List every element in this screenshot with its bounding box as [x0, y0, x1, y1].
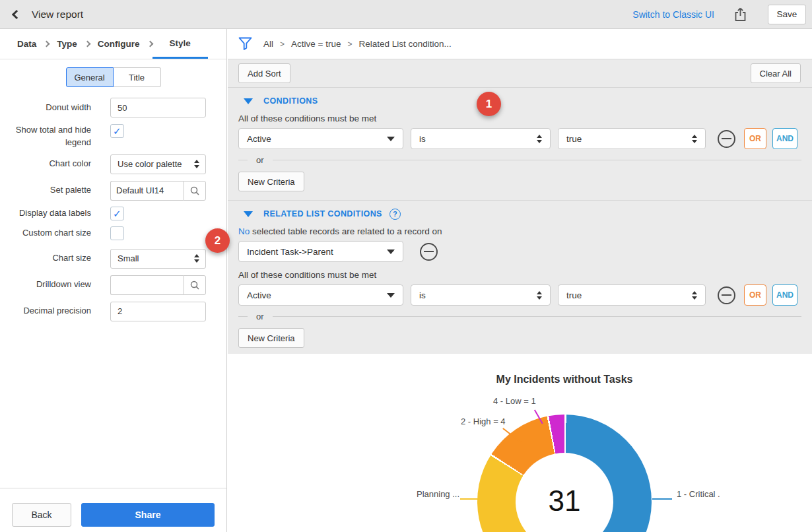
sidebar-footer: Back Share	[0, 488, 226, 532]
slice-label-critical: 1 - Critical .	[677, 489, 720, 499]
label-connector-line	[652, 498, 672, 500]
filter-builder-panel: Add Sort Clear All CONDITIONS All of the…	[228, 59, 812, 354]
set-palette-input[interactable]	[110, 181, 184, 201]
breadcrumb-separator: >	[280, 40, 285, 49]
slice-label-high: 2 - High = 4	[461, 416, 506, 426]
related-list-section-header[interactable]: RELATED LIST CONDITIONS ?	[238, 205, 801, 222]
chart-size-select[interactable]: Small	[110, 249, 206, 269]
drilldown-view-search-button[interactable]	[184, 275, 206, 295]
donut-width-input[interactable]	[110, 98, 206, 117]
drilldown-view-label: Drilldown view	[0, 279, 110, 291]
conditions-intro-text: All of these conditions must be met	[238, 114, 801, 123]
collapse-triangle-icon	[244, 98, 253, 104]
condition-value-select[interactable]: true	[558, 284, 706, 306]
filter-funnel-icon[interactable]	[238, 36, 253, 52]
condition-operator-select[interactable]: is	[411, 128, 551, 149]
related-list-select[interactable]: Incident Task->Parent	[238, 241, 403, 262]
condition-field-select[interactable]: Active	[238, 284, 403, 306]
chevron-right-icon	[148, 29, 152, 59]
chart-color-label: Chart color	[0, 158, 110, 170]
or-divider: or	[238, 312, 801, 321]
or-button[interactable]: OR	[744, 284, 766, 306]
related-condition-row: Active is true OR AND	[238, 284, 801, 306]
breadcrumb-separator: >	[347, 40, 352, 49]
chevron-right-icon	[44, 29, 49, 59]
custom-chart-size-label: Custom chart size	[0, 227, 110, 240]
select-arrows-icon	[194, 254, 199, 263]
custom-chart-size-checkbox[interactable]	[110, 226, 124, 240]
chart-title: My Incidents without Tasks	[496, 374, 633, 385]
chart-color-select[interactable]: Use color palette	[110, 154, 206, 174]
condition-field-select[interactable]: Active	[238, 128, 403, 149]
style-sidebar: Data Type Configure Style General Title …	[0, 29, 227, 532]
share-button[interactable]: Share	[81, 503, 215, 527]
general-title-toggle: General Title	[66, 67, 161, 87]
condition-row: Active is true OR AND	[238, 128, 801, 149]
breadcrumb: All > Active = true > Related List condi…	[263, 39, 452, 49]
related-list-quantifier[interactable]: No	[238, 226, 250, 236]
callout-badge-1: 1	[477, 92, 501, 116]
or-button[interactable]: OR	[744, 128, 766, 149]
label-connector-line	[460, 498, 480, 500]
new-criteria-button[interactable]: New Criteria	[238, 172, 304, 191]
back-button[interactable]: Back	[12, 503, 71, 527]
slice-label-planning: Planning ...	[417, 489, 459, 499]
select-arrows-icon	[692, 291, 697, 300]
select-arrows-icon	[692, 135, 697, 143]
drilldown-view-input[interactable]	[110, 275, 184, 295]
new-criteria-button[interactable]: New Criteria	[238, 328, 304, 348]
dropdown-arrow-icon	[387, 293, 395, 298]
step-data[interactable]: Data	[9, 29, 44, 59]
help-icon[interactable]: ?	[389, 209, 401, 220]
set-palette-search-button[interactable]	[184, 181, 206, 201]
select-arrows-icon	[537, 135, 542, 143]
show-total-label: Show total and hide legend	[0, 124, 110, 149]
condition-value-select[interactable]: true	[558, 128, 706, 149]
tab-general[interactable]: General	[66, 67, 114, 87]
dropdown-arrow-icon	[387, 137, 395, 141]
step-configure[interactable]: Configure	[90, 29, 148, 59]
donut-center-total: 31	[549, 484, 581, 517]
report-chart-area: My Incidents without Tasks 31 4 - Low = …	[228, 354, 812, 532]
app-header: View report Switch to Classic UI Save	[0, 0, 812, 29]
display-data-labels-label: Display data labels	[0, 207, 110, 220]
dropdown-arrow-icon	[387, 249, 395, 254]
add-sort-button[interactable]: Add Sort	[238, 63, 290, 83]
show-total-checkbox[interactable]	[110, 124, 124, 138]
select-arrows-icon	[194, 160, 199, 168]
remove-condition-icon[interactable]	[718, 130, 735, 148]
related-list-row: Incident Task->Parent	[238, 241, 801, 262]
switch-classic-ui-link[interactable]: Switch to Classic UI	[632, 9, 714, 20]
and-button[interactable]: AND	[772, 284, 797, 306]
condition-operator-select[interactable]: is	[411, 284, 551, 306]
decimal-precision-input[interactable]	[110, 302, 206, 321]
conditions-section: CONDITIONS All of these conditions must …	[228, 88, 812, 201]
chart-size-label: Chart size	[0, 252, 110, 265]
set-palette-lookup	[110, 181, 206, 201]
remove-condition-icon[interactable]	[718, 286, 735, 304]
main-area: All > Active = true > Related List condi…	[228, 29, 812, 532]
select-arrows-icon	[537, 291, 542, 300]
save-button[interactable]: Save	[768, 5, 806, 24]
breadcrumb-active-true[interactable]: Active = true	[291, 39, 341, 49]
drilldown-view-lookup	[110, 275, 206, 295]
step-style[interactable]: Style	[152, 29, 208, 59]
tab-title[interactable]: Title	[114, 67, 161, 87]
page-title: View report	[32, 9, 83, 20]
filter-breadcrumb-bar: All > Active = true > Related List condi…	[228, 29, 812, 59]
clear-all-button[interactable]: Clear All	[751, 63, 801, 83]
step-type[interactable]: Type	[49, 29, 85, 59]
share-icon[interactable]	[733, 7, 748, 22]
callout-badge-2: 2	[205, 228, 230, 253]
and-button[interactable]: AND	[772, 128, 797, 149]
remove-related-list-icon[interactable]	[420, 243, 438, 261]
breadcrumb-all[interactable]: All	[263, 39, 273, 49]
style-form: General Title Donut width Show total and…	[0, 59, 226, 321]
breadcrumb-related-list[interactable]: Related List condition...	[358, 39, 451, 49]
report-stepper: Data Type Configure Style	[0, 29, 226, 59]
back-arrow-icon[interactable]	[12, 9, 21, 18]
display-data-labels-checkbox[interactable]	[110, 207, 124, 220]
donut-width-label: Donut width	[0, 102, 110, 114]
or-divider: or	[238, 155, 801, 165]
conditions-section-header[interactable]: CONDITIONS	[238, 92, 801, 110]
